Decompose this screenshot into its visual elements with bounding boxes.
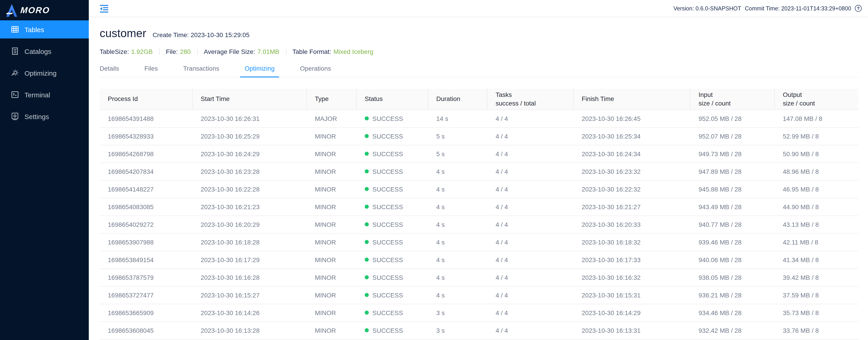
table-row: 1698653849154 2023-10-30 16:17:29 MINOR … [100, 251, 859, 269]
main-area: Version: 0.6.0-SNAPSHOT Commit Time: 202… [89, 0, 868, 340]
sidebar-item-label: Catalogs [25, 47, 51, 55]
tab-optimizing[interactable]: Optimizing [240, 63, 279, 77]
cell-process-id: 1698654268798 [100, 145, 192, 163]
stat-table-size: TableSize: 1.92GB [100, 48, 153, 55]
status-success-dot [365, 240, 369, 244]
stat-divider [286, 48, 286, 55]
cell-process-id: 1698654029272 [100, 215, 192, 233]
cell-tasks: 4 / 4 [488, 127, 574, 145]
table-row: 1698653727477 2023-10-30 16:15:27 MINOR … [100, 286, 859, 304]
cell-type: MINOR [307, 127, 356, 145]
cell-type: MINOR [307, 180, 356, 198]
cell-duration: 4 s [428, 286, 488, 304]
page-title: customer [100, 25, 146, 41]
cell-output: 35.73 MB / 8 [775, 304, 859, 321]
logo-text: MORO [20, 5, 50, 15]
stat-divider [159, 48, 159, 55]
table-row: 1698654328933 2023-10-30 16:25:29 MINOR … [100, 127, 859, 145]
cell-input: 952.07 MB / 28 [690, 127, 775, 145]
col-header-status: Status [356, 89, 428, 109]
cell-tasks: 4 / 4 [488, 286, 574, 304]
app-window: MORO Tables [0, 0, 868, 340]
cell-finish-time: 2023-10-30 16:22:32 [574, 180, 690, 198]
question-circle-icon[interactable]: ? [855, 5, 862, 12]
cell-finish-time: 2023-10-30 16:15:31 [574, 286, 690, 304]
cell-process-id: 1698654391488 [100, 109, 192, 127]
cell-input: 940.06 MB / 28 [690, 251, 775, 269]
col-header-finish-time: Finish Time [574, 89, 690, 109]
cell-type: MINOR [307, 251, 356, 269]
status-success-dot [365, 151, 369, 156]
cell-tasks: 4 / 4 [488, 215, 574, 233]
cell-status: SUCCESS [356, 145, 428, 163]
commit-time-text: Commit Time: 2023-11-01T14:33:29+0800 [745, 5, 851, 11]
cell-duration: 4 s [428, 233, 488, 251]
cell-status: SUCCESS [356, 233, 428, 251]
cell-status: SUCCESS [356, 215, 428, 233]
table-row: 1698654207834 2023-10-30 16:23:28 MINOR … [100, 163, 859, 180]
cell-input: 932.42 MB / 28 [690, 321, 775, 339]
table-row: 1698653665909 2023-10-30 16:14:26 MINOR … [100, 304, 859, 321]
cell-start-time: 2023-10-30 16:21:23 [192, 198, 307, 215]
cell-start-time: 2023-10-30 16:23:28 [192, 163, 307, 180]
sidebar-item-tables[interactable]: Tables [0, 21, 89, 38]
tab-details[interactable]: Details [100, 63, 124, 77]
cell-type: MINOR [307, 321, 356, 339]
menu-fold-icon[interactable] [100, 4, 109, 12]
cell-status: SUCCESS [356, 321, 428, 339]
amoro-logo[interactable]: MORO [0, 0, 89, 21]
cell-status: SUCCESS [356, 127, 428, 145]
title-row: customer Create Time: 2023-10-30 15:29:0… [100, 25, 859, 41]
cell-start-time: 2023-10-30 16:14:26 [192, 304, 307, 321]
terminal-icon [11, 91, 19, 99]
table-grid-icon [11, 25, 19, 34]
version-text: Version: 0.6.0-SNAPSHOT [674, 5, 741, 11]
cell-output: 43.13 MB / 8 [775, 215, 859, 233]
tab-files[interactable]: Files [140, 63, 162, 77]
topbar: Version: 0.6.0-SNAPSHOT Commit Time: 202… [89, 0, 868, 17]
cell-duration: 4 s [428, 180, 488, 198]
sidebar-item-settings[interactable]: Settings [0, 107, 89, 126]
status-success-dot [365, 328, 369, 332]
cell-start-time: 2023-10-30 16:24:29 [192, 145, 307, 163]
table-row: 1698653907988 2023-10-30 16:18:28 MINOR … [100, 233, 859, 251]
col-header-start-time: Start Time [192, 89, 307, 109]
status-success-dot [365, 169, 369, 173]
cell-type: MINOR [307, 215, 356, 233]
cell-finish-time: 2023-10-30 16:17:33 [574, 251, 690, 269]
cell-status: SUCCESS [356, 180, 428, 198]
cell-input: 938.05 MB / 28 [690, 269, 775, 286]
cell-status: SUCCESS [356, 163, 428, 180]
sidebar-menu: Tables Catalogs [0, 21, 89, 126]
cell-tasks: 4 / 4 [488, 251, 574, 269]
cell-status: SUCCESS [356, 269, 428, 286]
cell-start-time: 2023-10-30 16:25:29 [192, 127, 307, 145]
cell-output: 39.42 MB / 8 [775, 269, 859, 286]
status-success-dot [365, 187, 369, 191]
sidebar-item-catalogs[interactable]: Catalogs [0, 42, 89, 60]
cell-tasks: 4 / 4 [488, 145, 574, 163]
cell-output: 46.95 MB / 8 [775, 180, 859, 198]
cell-process-id: 1698654328933 [100, 127, 192, 145]
status-success-dot [365, 134, 369, 138]
sidebar-item-label: Optimizing [25, 69, 57, 77]
table-row: 1698654148227 2023-10-30 16:22:28 MINOR … [100, 180, 859, 198]
sidebar-item-optimizing[interactable]: Optimizing [0, 64, 89, 82]
cell-output: 50.90 MB / 8 [775, 145, 859, 163]
table-row: 1698654029272 2023-10-30 16:20:29 MINOR … [100, 215, 859, 233]
content: customer Create Time: 2023-10-30 15:29:0… [89, 17, 868, 339]
cell-status: SUCCESS [356, 251, 428, 269]
tab-operations[interactable]: Operations [296, 63, 336, 77]
cell-input: 949.73 MB / 28 [690, 145, 775, 163]
tab-transactions[interactable]: Transactions [179, 63, 224, 77]
cell-start-time: 2023-10-30 16:16:28 [192, 269, 307, 286]
cell-status: SUCCESS [356, 198, 428, 215]
cell-tasks: 4 / 4 [488, 163, 574, 180]
cell-duration: 4 s [428, 215, 488, 233]
status-success-dot [365, 310, 369, 314]
sidebar-item-terminal[interactable]: Terminal [0, 86, 89, 104]
cell-process-id: 1698653608045 [100, 321, 192, 339]
cell-duration: 3 s [428, 304, 488, 321]
cell-start-time: 2023-10-30 16:18:28 [192, 233, 307, 251]
col-header-duration: Duration [428, 89, 488, 109]
